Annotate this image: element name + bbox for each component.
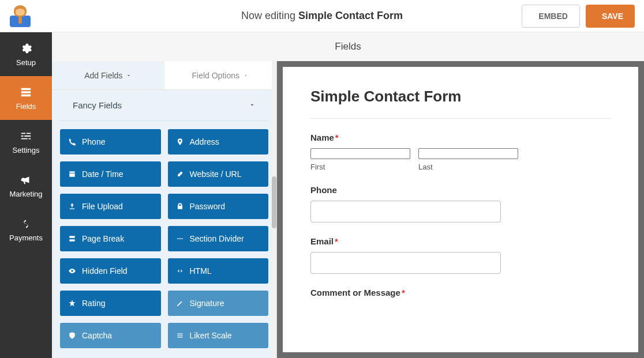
field-pagebreak[interactable]: Page Break [60, 226, 161, 251]
list-icon [176, 331, 184, 340]
chevron-down-icon [249, 101, 256, 108]
eye-off-icon [68, 267, 76, 275]
input-last-name[interactable] [418, 148, 518, 159]
form-field-comment[interactable]: Comment or Message* [310, 288, 611, 297]
field-datetime[interactable]: Date / Time [60, 161, 161, 187]
field-html[interactable]: HTML [168, 258, 269, 284]
label-comment: Comment or Message* [310, 288, 611, 297]
nav-fields[interactable]: Fields [0, 76, 52, 120]
section-fancy-fields[interactable]: Fancy Fields [60, 90, 268, 121]
panel-scrollbar[interactable] [272, 61, 276, 358]
tab-add-fields[interactable]: Add Fields [52, 61, 164, 90]
lock-icon [176, 202, 184, 210]
field-url[interactable]: Website / URL [168, 161, 269, 187]
sublabel-last: Last [418, 163, 518, 171]
nav-marketing[interactable]: Marketing [0, 164, 52, 208]
upload-icon [68, 202, 76, 210]
calendar-icon [68, 170, 76, 178]
pencil-icon [176, 299, 184, 307]
form-field-phone[interactable]: Phone [310, 185, 611, 223]
nav-payments[interactable]: Payments [0, 208, 52, 251]
phone-icon [68, 138, 76, 146]
shield-icon [68, 331, 76, 340]
field-address[interactable]: Address [168, 129, 269, 154]
input-first-name[interactable] [310, 148, 410, 159]
form-field-email[interactable]: Email* [310, 236, 611, 274]
form-icon [20, 86, 32, 99]
pin-icon [176, 138, 184, 146]
bullhorn-icon [20, 174, 32, 186]
chevron-down-icon [126, 73, 132, 78]
form-field-name[interactable]: Name* First Last [310, 133, 611, 171]
nav-setup[interactable]: Setup [0, 32, 52, 76]
field-likert[interactable]: Likert Scale [168, 323, 269, 348]
form-preview: Simple Contact Form Name* First Last [277, 61, 644, 358]
pagebreak-icon [68, 235, 76, 243]
input-email[interactable] [310, 252, 501, 274]
chevron-right-icon [243, 73, 249, 78]
gear-icon [20, 42, 32, 55]
workspace-title: Fields [52, 32, 644, 61]
link-icon [176, 170, 184, 178]
label-name: Name* [310, 133, 611, 142]
fields-panel: Add Fields Field Options Fancy Fields Ph… [52, 61, 277, 358]
editing-title: Now editing Simple Contact Form [241, 10, 403, 22]
label-phone: Phone [310, 185, 611, 195]
save-button[interactable]: SAVE [586, 5, 635, 28]
nav-settings[interactable]: Settings [0, 120, 52, 164]
label-email: Email* [310, 236, 611, 246]
left-nav: Setup Fields Settings Marketing Payments [0, 32, 52, 358]
field-hidden[interactable]: Hidden Field [60, 258, 161, 284]
sliders-icon [20, 130, 32, 142]
divider-icon [176, 235, 184, 243]
dollar-icon [20, 217, 32, 230]
embed-button[interactable]: EMBED [522, 5, 580, 28]
field-divider[interactable]: Section Divider [168, 226, 269, 251]
sublabel-first: First [310, 163, 410, 171]
field-rating[interactable]: Rating [60, 291, 161, 316]
tab-field-options[interactable]: Field Options [164, 61, 277, 90]
field-fileupload[interactable]: File Upload [60, 194, 161, 219]
input-phone[interactable] [310, 201, 501, 223]
app-logo [9, 5, 31, 27]
field-signature[interactable]: Signature [168, 291, 269, 316]
field-phone[interactable]: Phone [60, 129, 161, 154]
top-bar: Now editing Simple Contact Form EMBED SA… [0, 0, 644, 32]
field-password[interactable]: Password [168, 194, 269, 219]
code-icon [176, 267, 184, 275]
field-captcha[interactable]: Captcha [60, 323, 161, 348]
form-title: Simple Contact Form [310, 88, 611, 119]
star-icon [68, 299, 76, 307]
